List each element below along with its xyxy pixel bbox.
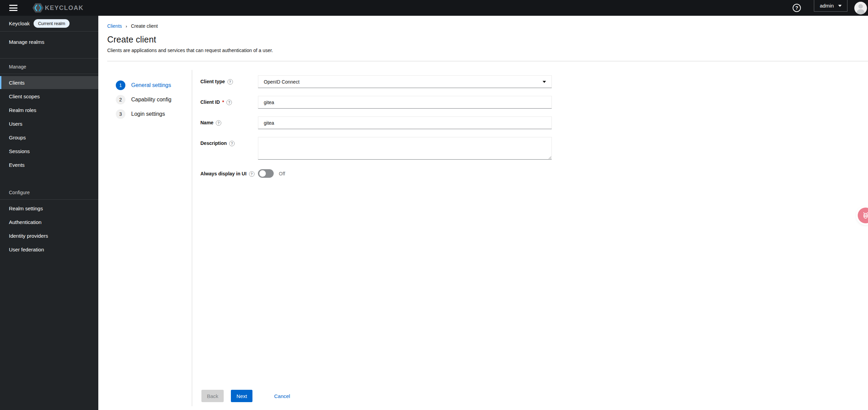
brand-text: KEYCLOAK	[45, 4, 84, 12]
question-circle-icon[interactable]: ?	[216, 120, 221, 126]
keycloak-logo: KEYCLOAK	[32, 2, 84, 14]
sidebar-item-groups[interactable]: Groups	[0, 131, 98, 144]
sidebar-item-identity-providers[interactable]: Identity providers	[0, 229, 98, 242]
question-circle-icon[interactable]: ?	[226, 100, 232, 105]
create-client-form: Client type ? OpenID Connect Client ID *…	[192, 61, 868, 410]
description-row: Description ?	[200, 137, 868, 161]
main-content: Clients › Create client Create client Cl…	[98, 16, 868, 410]
question-circle-icon[interactable]: ?	[249, 171, 255, 177]
client-type-label: Client type	[200, 79, 225, 84]
user-menu-label: admin	[820, 3, 834, 9]
avatar-icon	[858, 4, 863, 9]
step-number: 3	[116, 109, 125, 119]
sidebar-item-user-federation[interactable]: User federation	[0, 243, 98, 256]
sidebar-item-realm-settings[interactable]: Realm settings	[0, 202, 98, 215]
bug-icon	[861, 211, 868, 220]
always-display-toggle[interactable]	[258, 169, 274, 178]
realm-selector[interactable]: Keycloak Current realm	[0, 16, 98, 32]
masthead: KEYCLOAK ? admin	[0, 0, 868, 16]
client-id-row: Client ID * ?	[200, 96, 868, 109]
realm-name: Keycloak	[9, 21, 30, 26]
hamburger-menu-icon[interactable]	[9, 5, 17, 11]
client-id-input[interactable]	[258, 96, 552, 109]
breadcrumb-chevron-icon: ›	[126, 24, 127, 29]
page-header: Clients › Create client Create client Cl…	[98, 16, 868, 61]
name-input[interactable]	[258, 116, 552, 129]
description-textarea[interactable]	[258, 137, 552, 160]
name-label: Name	[200, 120, 213, 125]
nav-section-manage: Manage	[0, 59, 98, 74]
sidebar: Keycloak Current realm Manage realms Man…	[0, 16, 98, 410]
sidebar-item-users[interactable]: Users	[0, 117, 98, 130]
breadcrumb-current: Create client	[131, 23, 158, 29]
wizard: 1 General settings 2 Capability config 3…	[98, 61, 868, 410]
toggle-state-label: Off	[279, 171, 285, 176]
sidebar-item-events[interactable]: Events	[0, 158, 98, 171]
required-asterisk: *	[222, 99, 224, 105]
question-circle-icon[interactable]: ?	[227, 79, 233, 85]
sidebar-item-client-scopes[interactable]: Client scopes	[0, 90, 98, 103]
client-id-label: Client ID	[200, 99, 220, 105]
always-display-label: Always display in UI	[200, 171, 247, 176]
sidebar-item-clients[interactable]: Clients	[0, 76, 98, 89]
help-icon[interactable]: ?	[793, 4, 801, 12]
user-menu-dropdown[interactable]: admin	[814, 0, 847, 12]
page-title: Create client	[107, 35, 868, 45]
wizard-steps-nav: 1 General settings 2 Capability config 3…	[98, 70, 192, 406]
wizard-step-general-settings[interactable]: 1 General settings	[116, 80, 192, 90]
sidebar-item-manage-realms[interactable]: Manage realms	[0, 34, 98, 49]
current-realm-badge: Current realm	[34, 19, 70, 28]
caret-down-icon	[838, 5, 842, 7]
sidebar-item-realm-roles[interactable]: Realm roles	[0, 103, 98, 116]
step-number: 2	[116, 95, 125, 104]
back-button[interactable]: Back	[201, 390, 224, 402]
breadcrumb: Clients › Create client	[107, 23, 868, 29]
sidebar-item-sessions[interactable]: Sessions	[0, 145, 98, 158]
step-label: General settings	[131, 82, 171, 88]
breadcrumb-link-clients[interactable]: Clients	[107, 23, 122, 29]
wizard-step-login-settings[interactable]: 3 Login settings	[116, 109, 192, 119]
caret-down-icon	[543, 81, 546, 83]
avatar[interactable]	[854, 2, 867, 14]
toggle-knob	[259, 170, 266, 177]
step-number: 1	[116, 80, 125, 90]
next-button[interactable]: Next	[231, 390, 252, 402]
nav-section-configure: Configure	[0, 184, 98, 200]
name-row: Name ?	[200, 116, 868, 129]
wizard-step-capability-config[interactable]: 2 Capability config	[116, 95, 192, 104]
cancel-link[interactable]: Cancel	[274, 393, 290, 399]
always-display-row: Always display in UI ? Off	[200, 167, 868, 178]
client-type-select[interactable]: OpenID Connect	[258, 75, 552, 88]
step-label: Login settings	[131, 111, 165, 117]
question-circle-icon[interactable]: ?	[229, 141, 235, 146]
page-subtitle: Clients are applications and services th…	[107, 48, 868, 53]
description-label: Description	[200, 140, 227, 146]
wizard-footer: Back Next Cancel	[201, 390, 290, 402]
sidebar-item-authentication[interactable]: Authentication	[0, 215, 98, 228]
client-type-selected-value: OpenID Connect	[264, 79, 299, 85]
keycloak-logo-icon	[32, 2, 44, 14]
client-type-row: Client type ? OpenID Connect	[200, 75, 868, 88]
step-label: Capability config	[131, 97, 171, 103]
